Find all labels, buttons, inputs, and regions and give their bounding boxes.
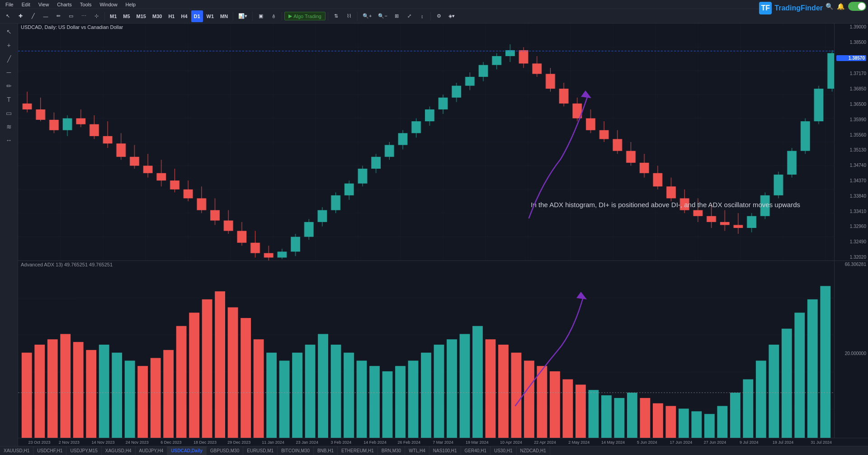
toggle-switch[interactable] <box>848 2 866 11</box>
cursor-tool[interactable]: ↖ <box>2 10 14 22</box>
tab-ger40[interactable]: GER40,H1 <box>461 446 491 455</box>
compare-btn[interactable]: ⇅ <box>330 10 342 22</box>
tf-m1[interactable]: M1 <box>107 10 119 22</box>
tf-d1[interactable]: D1 <box>191 10 203 22</box>
crosshair-left-btn[interactable]: + <box>2 39 16 52</box>
candle-chart[interactable]: 🕯 <box>268 10 279 22</box>
tab-audjpy[interactable]: AUDJPY,H4 <box>136 446 168 455</box>
separator-2 <box>233 12 233 21</box>
tab-eurusd[interactable]: EURUSD,M1 <box>243 446 278 455</box>
grid-btn[interactable]: ⊞ <box>391 10 403 22</box>
pen-tool[interactable]: ✏ <box>52 10 64 22</box>
tab-bitcoin[interactable]: BITCOIN,M30 <box>278 446 314 455</box>
price-label-4: 1.36850 <box>836 86 866 91</box>
date-17: 2 May 2024 <box>568 440 590 445</box>
adx-scale: 66.306281 20.000000 9.649671 <box>834 261 868 446</box>
algo-trading-btn[interactable]: ▶ Algo Trading <box>284 12 326 20</box>
tab-ethereum[interactable]: ETHEREUM,H1 <box>338 446 378 455</box>
menu-edit[interactable]: Edit <box>18 1 34 8</box>
crosshair-tool[interactable]: ✚ <box>14 10 26 22</box>
tab-usdchf[interactable]: USDCHF,H1 <box>33 446 66 455</box>
line-left-btn[interactable]: ╱ <box>2 52 16 65</box>
date-20: 17 Jun 2024 <box>670 440 693 445</box>
rect-tool[interactable]: ▭ <box>65 10 77 22</box>
separator-5 <box>328 12 328 21</box>
date-4: 24 Nov 2023 <box>126 440 149 445</box>
price-chart[interactable]: 1.39000 1.38500 1.38570 1.37170 1.36850 … <box>18 24 868 261</box>
horizontal-tool[interactable]: — <box>40 10 52 22</box>
symbol-label: USDCAD, Daily: US Dollar vs Canadian Dol… <box>18 24 126 31</box>
tab-bnb[interactable]: BNB,H1 <box>314 446 338 455</box>
chart-container: USDCAD, Daily: US Dollar vs Canadian Dol… <box>18 24 868 446</box>
tab-usdcad[interactable]: USDCAD,Daily <box>167 446 206 455</box>
auto-scale[interactable]: ⤢ <box>404 10 415 22</box>
price-label-1: 1.39000 <box>836 24 866 29</box>
date-18: 14 May 2024 <box>601 440 625 445</box>
menu-tools[interactable]: Tools <box>76 1 95 8</box>
line-tool[interactable]: ╱ <box>27 10 39 22</box>
tab-wtl[interactable]: WTL,H4 <box>405 446 429 455</box>
menu-help[interactable]: Help <box>122 1 140 8</box>
indicators-btn[interactable]: ⌇⌇ <box>343 10 355 22</box>
separator-1 <box>104 12 105 21</box>
menu-charts[interactable]: Charts <box>53 1 75 8</box>
chart-type-selector[interactable]: 📊▾ <box>236 10 250 22</box>
date-15: 10 Apr 2024 <box>500 440 522 445</box>
tf-mn[interactable]: MN <box>217 10 231 22</box>
hline-left-btn[interactable]: ─ <box>2 66 16 79</box>
date-axis: 23 Oct 2023 2 Nov 2023 14 Nov 2023 24 No… <box>18 438 868 446</box>
tf-m5[interactable]: M5 <box>120 10 132 22</box>
objects-btn[interactable]: ◈▾ <box>446 10 458 22</box>
pen-left-btn[interactable]: ✏ <box>2 80 16 92</box>
logo-icon: TF <box>759 2 772 14</box>
price-label-15: 1.32020 <box>836 255 866 260</box>
adx-panel[interactable]: Advanced ADX 13) 49.765251 49.765251 66.… <box>18 261 868 446</box>
zoom-in[interactable]: 🔍+ <box>360 10 374 22</box>
rect-left-btn[interactable]: ▭ <box>2 107 16 119</box>
tf-m30[interactable]: M30 <box>150 10 165 22</box>
zoom-out[interactable]: 🔍− <box>375 10 390 22</box>
cursor-left-btn[interactable]: ↖ <box>2 25 16 38</box>
left-toolbar: ↖ + ╱ ─ ✏ T ▭ ≋ ↔ <box>0 24 18 446</box>
tab-nas100[interactable]: NAS100,H1 <box>429 446 461 455</box>
menu-window[interactable]: Window <box>96 1 121 8</box>
alert-icon[interactable]: 🔔 <box>837 3 844 10</box>
fib-left-btn[interactable]: ≋ <box>2 120 16 133</box>
tf-h1[interactable]: H1 <box>165 10 177 22</box>
tab-xauusd[interactable]: XAUUSD,H1 <box>0 446 33 455</box>
logo-text: TradingFinder <box>774 4 823 12</box>
menu-view[interactable]: View <box>35 1 53 8</box>
tab-xagusd[interactable]: XAGUSD,H4 <box>102 446 136 455</box>
tab-nzdcad[interactable]: NZDCAD,H1 <box>517 446 550 455</box>
date-12: 26 Feb 2024 <box>398 440 421 445</box>
price-canvas <box>18 24 868 261</box>
date-14: 19 Mar 2024 <box>466 440 489 445</box>
adx-label-mid: 20.000000 <box>836 351 866 356</box>
tf-m15[interactable]: M15 <box>134 10 149 22</box>
date-24: 31 Jul 2024 <box>811 440 832 445</box>
date-1: 23 Oct 2023 <box>28 440 50 445</box>
date-3: 14 Nov 2023 <box>91 440 114 445</box>
price-label-12: 1.33410 <box>836 209 866 214</box>
price-label-8: 1.35130 <box>836 147 866 152</box>
date-22: 9 Jul 2024 <box>740 440 759 445</box>
date-6: 18 Dec 2023 <box>193 440 217 445</box>
bar-chart[interactable]: ▣ <box>255 10 267 22</box>
tab-gbpusd[interactable]: GBPUSD,M30 <box>207 446 243 455</box>
adx-label: Advanced ADX 13) 49.765251 49.765251 <box>21 262 113 267</box>
search-icon[interactable]: 🔍 <box>826 3 833 10</box>
tab-brn[interactable]: BRN,M30 <box>378 446 405 455</box>
menu-file[interactable]: File <box>2 1 17 8</box>
cursor-default[interactable]: ⊹ <box>90 10 102 22</box>
properties-btn[interactable]: ⚙ <box>433 10 445 22</box>
date-19: 5 Jun 2024 <box>637 440 657 445</box>
tf-h4[interactable]: H4 <box>178 10 190 22</box>
text-left-btn[interactable]: T <box>2 93 16 106</box>
tab-usdjpy[interactable]: USDJPY,M15 <box>66 446 101 455</box>
tab-us30[interactable]: US30,H1 <box>491 446 517 455</box>
price-label-6: 1.35990 <box>836 117 866 122</box>
scale-btn[interactable]: ↕ <box>416 10 428 22</box>
measure-left-btn[interactable]: ↔ <box>2 134 16 147</box>
more-tools[interactable]: ⋯ <box>78 10 90 22</box>
tf-w1[interactable]: W1 <box>204 10 217 22</box>
